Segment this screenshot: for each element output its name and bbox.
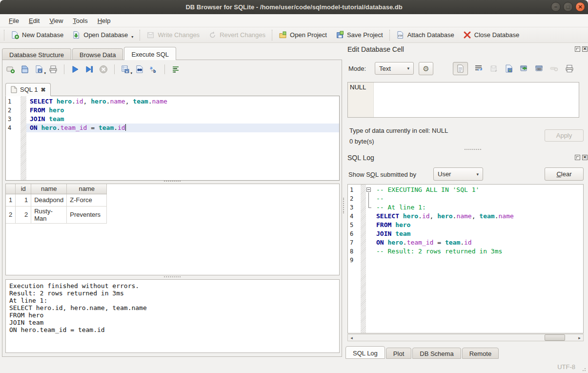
column-header[interactable]: id — [16, 184, 31, 194]
clear-log-button[interactable]: Clear — [545, 167, 584, 181]
open-database-dropdown-caret[interactable]: ▾ — [131, 35, 133, 39]
table-cell[interactable]: Deadpond — [31, 194, 67, 206]
execution-message[interactable]: Execution finished without errors.Result… — [5, 279, 340, 353]
float-panel-icon[interactable] — [575, 155, 580, 160]
save-results-button[interactable]: ▾ — [121, 65, 130, 74]
save-project-button[interactable]: Save Project — [331, 29, 387, 41]
menu-edit[interactable]: Edit — [24, 15, 44, 26]
tab-browse-data[interactable]: Browse Data — [72, 48, 123, 60]
fold-column — [366, 256, 373, 265]
cell-value-text[interactable] — [374, 83, 579, 117]
mode-select[interactable]: Text ▾ — [375, 62, 414, 75]
save-results-dropdown-caret[interactable]: ▾ — [130, 71, 132, 75]
results-message-splitter[interactable] — [164, 276, 181, 277]
execute-all-button[interactable] — [71, 65, 80, 74]
code-line[interactable]: 5FROM hero — [348, 221, 583, 229]
table-cell[interactable]: Preventers — [67, 206, 107, 223]
close-panel-icon[interactable]: ✕ — [582, 46, 588, 52]
titlebar[interactable]: DB Browser for SQLite - /home/user/code/… — [0, 0, 588, 14]
menu-help[interactable]: Help — [93, 15, 116, 26]
copy-link-button[interactable] — [535, 64, 544, 73]
close-sql-tab-icon[interactable]: ✖ — [41, 86, 45, 93]
export-data-button[interactable] — [520, 64, 528, 73]
tab-db-schema[interactable]: DB Schema — [412, 348, 461, 359]
toolbar-separator — [140, 30, 140, 41]
code-line[interactable]: 8-- Result: 2 rows returned in 3ms — [348, 247, 583, 256]
open-database-button[interactable]: Open Database ▾ — [68, 29, 138, 41]
sql-source-select[interactable]: User ▾ — [433, 167, 483, 181]
cell-value-editor[interactable]: NULL — [347, 82, 579, 118]
execute-current-line-button[interactable] — [85, 65, 94, 74]
minimize-button[interactable]: − — [551, 2, 561, 12]
editor-results-splitter[interactable] — [164, 181, 181, 182]
sql-editor[interactable]: 1SELECT hero.id, hero.name, team.name2FR… — [5, 96, 340, 181]
close-button[interactable]: ✕ — [575, 2, 585, 12]
panel-splitter[interactable] — [343, 198, 344, 213]
dock-splitter[interactable] — [465, 149, 481, 150]
sql-file-tab[interactable]: SQL 1 ✖ — [5, 83, 51, 96]
word-wrap-icon[interactable] — [474, 64, 483, 73]
attach-database-button[interactable]: Attach Database — [392, 29, 459, 41]
table-cell[interactable]: Z-Force — [67, 194, 107, 206]
tab-database-structure[interactable]: Database Structure — [2, 48, 71, 60]
code-line[interactable]: 4ON hero.team_id = team.id — [6, 124, 339, 132]
table-cell[interactable]: 1 — [16, 194, 31, 206]
results-table: idnamename11DeadpondZ-Force22Rusty-ManPr… — [6, 184, 107, 224]
message-line: SELECT hero.id, hero.name, team.name — [9, 304, 336, 311]
resize-grip[interactable] — [582, 367, 586, 371]
close-database-button[interactable]: Close Database — [459, 29, 524, 41]
row-header[interactable]: 1 — [6, 194, 16, 206]
text-mode-button[interactable] — [453, 62, 468, 75]
float-panel-icon[interactable] — [575, 46, 580, 52]
find-button[interactable] — [135, 65, 144, 74]
save-sql-dropdown-caret[interactable]: ▾ — [44, 71, 46, 75]
code-line[interactable]: 1SELECT hero.id, hero.name, team.name — [6, 97, 339, 106]
tab-execute-sql[interactable]: Execute SQL — [124, 47, 176, 60]
code-line[interactable]: 3-- At line 1: — [348, 203, 583, 212]
import-data-button[interactable] — [505, 64, 513, 73]
scroll-left-arrow[interactable]: ◂ — [348, 334, 355, 341]
svg-text:b: b — [153, 69, 156, 74]
column-header[interactable]: name — [67, 184, 107, 194]
corner-cell[interactable] — [6, 184, 16, 194]
open-sql-file-button[interactable] — [20, 65, 29, 74]
print-button[interactable] — [49, 65, 58, 74]
stop-execution-button — [99, 65, 108, 74]
code-line[interactable]: 1-- EXECUTING ALL IN 'SQL 1' — [348, 186, 583, 194]
new-database-button[interactable]: New Database — [6, 29, 68, 41]
close-panel-icon[interactable]: ✕ — [582, 155, 588, 160]
code-line[interactable]: 2-- — [348, 194, 583, 203]
print-cell-button[interactable] — [565, 64, 574, 73]
column-header[interactable]: name — [31, 184, 67, 194]
tab-remote[interactable]: Remote — [462, 348, 499, 359]
row-header[interactable]: 2 — [6, 206, 16, 223]
table-cell[interactable]: 2 — [16, 206, 31, 223]
open-sql-tab-button[interactable] — [6, 65, 15, 74]
table-cell[interactable]: Rusty-Man — [31, 206, 67, 223]
scroll-right-arrow[interactable]: ▸ — [576, 334, 583, 341]
code-line[interactable]: 4SELECT hero.id, hero.name, team.name — [348, 212, 583, 221]
log-horizontal-scrollbar[interactable]: ◂ ▸ — [347, 334, 584, 341]
code-line[interactable]: 7ON hero.team_id = team.id — [348, 238, 583, 247]
write-changes-button: Write Changes — [142, 29, 204, 41]
sql-log-view[interactable]: 1-- EXECUTING ALL IN 'SQL 1'2--3-- At li… — [347, 184, 584, 333]
message-line: Execution finished without errors. — [9, 282, 336, 290]
tab-plot[interactable]: Plot — [386, 348, 411, 359]
save-sql-file-button[interactable]: ▾ — [35, 65, 43, 74]
word-wrap-button[interactable] — [171, 65, 180, 74]
tab-sql-log[interactable]: SQL Log — [345, 346, 385, 359]
menu-tools[interactable]: Tools — [68, 15, 92, 26]
code-line[interactable]: 3JOIN team — [6, 115, 339, 124]
code-line[interactable]: 6JOIN team — [348, 229, 583, 238]
scrollbar-thumb[interactable] — [545, 334, 565, 341]
menu-file[interactable]: File — [4, 15, 24, 26]
auto-apply-button[interactable]: ⚙ — [419, 62, 433, 75]
format-sql-button[interactable]: ab — [149, 65, 158, 74]
open-project-button[interactable]: Open Project — [274, 29, 331, 41]
code-line[interactable]: 2FROM hero — [6, 106, 339, 115]
menu-view[interactable]: View — [44, 15, 68, 26]
scrollbar-track[interactable] — [355, 334, 576, 341]
fold-collapse-icon[interactable] — [366, 187, 371, 192]
code-line[interactable]: 9 — [348, 256, 583, 265]
maximize-button[interactable]: □ — [563, 2, 573, 12]
